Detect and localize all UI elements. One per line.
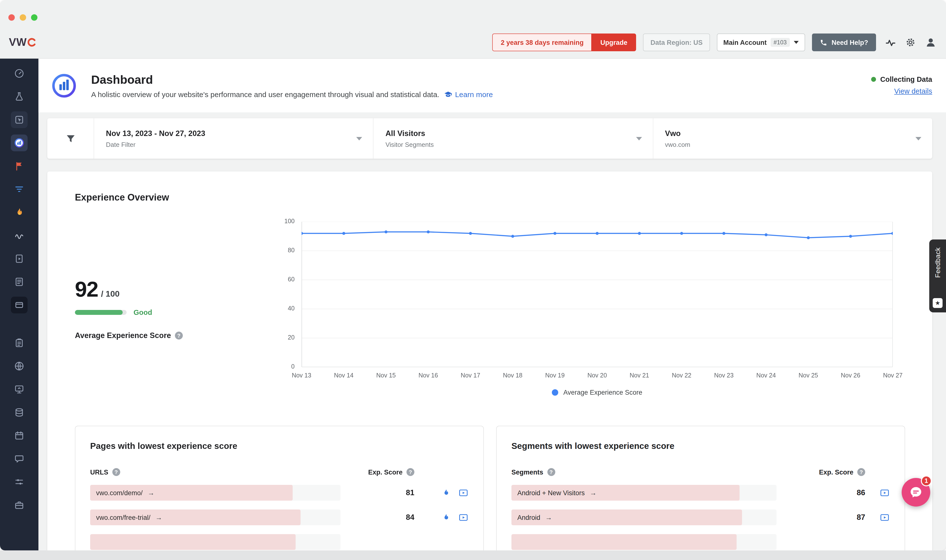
status-badge: Collecting Data (871, 75, 932, 83)
x-axis-tick: Nov 14 (334, 372, 354, 379)
experience-overview-card: Experience Overview 92 / 100 Good (47, 171, 932, 551)
account-dropdown[interactable]: Main Account #103 (717, 34, 805, 51)
settings-gear-icon[interactable] (905, 37, 916, 48)
open-link-arrow-icon[interactable]: → (148, 489, 154, 497)
row-bar[interactable] (511, 534, 777, 550)
sidebar-item-settings[interactable] (11, 474, 28, 490)
filter-funnel-icon (47, 118, 94, 158)
sidebar-item-messages[interactable] (11, 450, 28, 467)
globe-icon (14, 361, 25, 372)
recording-icon[interactable] (880, 512, 890, 523)
row-bar[interactable]: Android + New Visitors→ (511, 485, 777, 501)
vwo-logo[interactable]: VW (9, 36, 37, 49)
chart-legend: Average Experience Score (301, 389, 893, 396)
plan-remaining-badge: 2 years 38 days remaining (492, 34, 592, 51)
x-axis-tick: Nov 21 (630, 372, 649, 379)
vwo-o-icon (27, 37, 37, 47)
view-details-link[interactable]: View details (894, 87, 932, 95)
recording-icon[interactable] (458, 488, 469, 498)
x-axis-tick: Nov 20 (587, 372, 607, 379)
notification-badge: 1 (921, 475, 932, 486)
sidebar-item-deploy[interactable] (11, 381, 28, 398)
chat-launcher-button[interactable]: 1 (901, 478, 930, 506)
window-titlebar: VW 2 years 38 days remaining Upgrade Dat… (0, 0, 946, 58)
feedback-tab[interactable]: Feedback (929, 240, 946, 312)
sidebar-item-recordings[interactable] (11, 227, 28, 244)
experience-chart-area: 020406080100Nov 13Nov 14Nov 15Nov 16Nov … (237, 222, 905, 396)
sidebar-item-overview[interactable] (11, 65, 28, 82)
page-title: Dashboard (91, 73, 493, 86)
open-link-arrow-icon[interactable]: → (589, 489, 597, 497)
help-icon[interactable] (547, 468, 555, 476)
dashboard-logo-icon (52, 73, 76, 98)
activity-pulse-icon[interactable] (885, 37, 896, 48)
row-label: Android + New Visitors→ (517, 485, 597, 501)
account-number-badge: #103 (771, 38, 789, 47)
feedback-tab-label: Feedback (934, 247, 941, 278)
window-controls (8, 14, 37, 21)
sidebar-item-plan[interactable] (11, 335, 28, 351)
help-icon[interactable] (175, 332, 183, 340)
sidebar-item-website[interactable] (11, 358, 28, 374)
sidebar-item-heatmaps[interactable] (11, 204, 28, 221)
vwo-logo-letters: VW (9, 36, 27, 49)
need-help-button[interactable]: Need Help? (812, 34, 876, 51)
row-bar[interactable]: vwo.com/free-trial/→ (90, 509, 340, 525)
y-axis-tick: 60 (275, 276, 295, 283)
sidebar-item-dashboard[interactable] (11, 134, 28, 151)
help-icon[interactable] (857, 468, 865, 476)
legend-dot-icon (552, 389, 558, 396)
row-actions (865, 488, 890, 498)
sidebar-item-funnels[interactable] (11, 181, 28, 198)
x-axis-tick: Nov 13 (292, 372, 311, 379)
score-rating: Good (134, 308, 152, 316)
messenger-icon (909, 485, 923, 499)
help-icon[interactable] (112, 468, 120, 476)
learn-more-link[interactable]: Learn more (444, 90, 493, 98)
x-axis-tick: Nov 25 (799, 372, 818, 379)
chevron-down-icon (636, 137, 642, 140)
sidebar-item-testing[interactable] (11, 88, 28, 105)
user-avatar-icon[interactable] (925, 37, 937, 48)
dashboard-chart-icon (14, 137, 25, 148)
recording-icon[interactable] (880, 488, 890, 498)
pages-table-rows: vwo.com/demo/→81vwo.com/free-trial/→84 (90, 485, 469, 550)
page-subtitle: A holistic overview of your website's pe… (91, 90, 439, 98)
sidebar-item-surveys[interactable] (11, 274, 28, 290)
website-filter-dropdown[interactable]: Vwo vwo.com (653, 118, 932, 158)
row-bar[interactable]: vwo.com/demo/→ (90, 485, 340, 501)
clipboard-icon (14, 337, 25, 348)
minimize-window-button[interactable] (20, 14, 26, 21)
upgrade-button[interactable]: Upgrade (592, 34, 636, 51)
recording-icon[interactable] (458, 512, 469, 523)
y-axis-tick: 20 (275, 334, 295, 341)
table-row: vwo.com/free-trial/→84 (90, 509, 469, 525)
segment-filter-dropdown[interactable]: All Visitors Visitor Segments (374, 118, 653, 158)
date-filter-dropdown[interactable]: Nov 13, 2023 - Nov 27, 2023 Date Filter (94, 118, 374, 158)
chevron-down-icon (357, 137, 362, 140)
y-axis-tick: 80 (275, 247, 295, 254)
open-link-arrow-icon[interactable]: → (155, 514, 162, 521)
sidebar-item-campaigns[interactable] (11, 297, 28, 313)
table-header: Segments Exp. Score (511, 468, 890, 476)
row-bar[interactable] (90, 534, 340, 550)
close-window-button[interactable] (8, 14, 15, 21)
sidebar-item-workspace[interactable] (11, 497, 28, 514)
x-axis-tick: Nov 24 (756, 372, 776, 379)
sidebar-item-web-insights[interactable] (11, 111, 28, 128)
row-actions (414, 488, 469, 498)
x-axis-tick: Nov 23 (714, 372, 734, 379)
row-bar[interactable]: Android→ (511, 509, 777, 525)
sidebar-item-goals[interactable] (11, 158, 28, 174)
sidebar-item-data[interactable] (11, 404, 28, 421)
column-header-exp-score: Exp. Score (819, 468, 865, 476)
heatmap-icon[interactable] (441, 513, 450, 522)
sidebar-item-forms[interactable] (11, 250, 28, 267)
app-window: VW 2 years 38 days remaining Upgrade Dat… (0, 0, 946, 551)
heatmap-icon[interactable] (441, 488, 450, 497)
help-icon[interactable] (406, 468, 414, 476)
sidebar-item-calendar[interactable] (11, 427, 28, 444)
open-link-arrow-icon[interactable]: → (545, 514, 552, 521)
line-chart-plot: 020406080100Nov 13Nov 14Nov 15Nov 16Nov … (301, 222, 893, 367)
zoom-window-button[interactable] (31, 14, 37, 21)
